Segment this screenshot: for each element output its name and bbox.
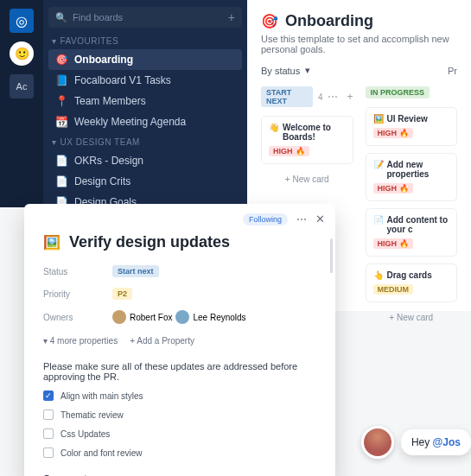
sidebar-item-label: Team Members bbox=[74, 95, 146, 107]
book-icon: 📘 bbox=[55, 74, 67, 86]
properties-button[interactable]: Pr bbox=[448, 66, 457, 76]
search-icon: 🔍 bbox=[55, 12, 67, 23]
column-count: 4 bbox=[318, 92, 323, 102]
sidebar-item-crits[interactable]: 📄 Design Crits bbox=[48, 171, 242, 192]
add-board-icon[interactable]: + bbox=[228, 10, 235, 24]
avatar bbox=[112, 310, 126, 324]
board-icon: 🎯 bbox=[261, 13, 278, 29]
prop-priority-label: Priority bbox=[43, 289, 112, 299]
priority-label: HIGH bbox=[378, 184, 398, 193]
section-ux-team[interactable]: ▾ UX DESIGN TEAM bbox=[52, 137, 242, 147]
sidebar-item-label: OKRs - Design bbox=[74, 155, 143, 167]
checklist-item[interactable]: ✓Align with main styles bbox=[43, 390, 316, 401]
checkbox-icon[interactable] bbox=[43, 409, 54, 420]
card-icon: 📄 bbox=[373, 215, 384, 225]
column-in-progress: IN PROGRESS 🖼️UI Review HIGH🔥 📝Add new p… bbox=[366, 86, 458, 311]
app-rail: ◎ 🙂 Ac bbox=[0, 0, 43, 207]
priority-badge: HIGH 🔥 bbox=[269, 146, 309, 156]
checklist-label: Thematic review bbox=[60, 410, 124, 420]
workspace-avatar[interactable]: 🙂 bbox=[10, 41, 34, 66]
card-icon: 👋 bbox=[269, 123, 279, 132]
card-icon: 🖼️ bbox=[373, 114, 384, 124]
sidebar-item-team-members[interactable]: 📍 Team Members bbox=[48, 91, 242, 111]
sidebar-item-onboarding[interactable]: 🎯 Onboarding bbox=[48, 49, 242, 70]
checklist-label: Css Updates bbox=[60, 429, 110, 439]
prop-status-value[interactable]: Start next bbox=[112, 265, 159, 277]
priority-badge: HIGH🔥 bbox=[373, 128, 414, 138]
card-add-content[interactable]: 📄Add content to your c HIGH🔥 bbox=[366, 208, 458, 257]
card-add-props[interactable]: 📝Add new properties HIGH🔥 bbox=[366, 153, 458, 201]
doc-icon: 📄 bbox=[55, 155, 67, 167]
avatar bbox=[175, 310, 189, 324]
card-icon: 👆 bbox=[373, 270, 384, 280]
card-ui-review[interactable]: 🖼️UI Review HIGH🔥 bbox=[366, 107, 458, 146]
card-title: Drag cards bbox=[387, 270, 432, 280]
sidebar-item-focalboard[interactable]: 📘 Focalboard V1 Tasks bbox=[48, 70, 242, 91]
checkbox-checked-icon[interactable]: ✓ bbox=[43, 390, 54, 401]
filter-by-status[interactable]: By status bbox=[261, 66, 300, 76]
prop-owners-label: Owners bbox=[43, 313, 112, 322]
chat-avatar[interactable] bbox=[361, 426, 394, 459]
section-favourites[interactable]: ▾ FAVOURITES bbox=[52, 36, 242, 46]
prop-owners-value[interactable]: Robert Fox Lee Reynolds bbox=[112, 310, 316, 324]
chat-preview: Hey @Jos bbox=[361, 426, 471, 459]
workspace-badge[interactable]: Ac bbox=[10, 74, 34, 98]
card-title: UI Review bbox=[387, 114, 428, 124]
checkbox-icon[interactable] bbox=[43, 428, 54, 439]
sidebar-nav: 🔍 Find boards + ▾ FAVOURITES 🎯 Onboardin… bbox=[43, 0, 247, 207]
section-label: FAVOURITES bbox=[60, 36, 119, 46]
card-drag-cards[interactable]: 👆Drag cards MEDIUM bbox=[366, 263, 458, 302]
checklist-item[interactable]: Thematic review bbox=[43, 409, 316, 420]
owner-name: Robert Fox bbox=[130, 313, 172, 322]
prop-priority-value[interactable]: P2 bbox=[112, 288, 132, 300]
close-icon[interactable]: ✕ bbox=[315, 213, 325, 225]
search-placeholder: Find boards bbox=[73, 12, 123, 22]
priority-label: MEDIUM bbox=[378, 285, 410, 294]
app-logo[interactable]: ◎ bbox=[10, 9, 34, 33]
chevron-down-icon: ▾ bbox=[52, 137, 57, 147]
pin-icon: 📍 bbox=[55, 95, 67, 107]
chat-bubble[interactable]: Hey @Jos bbox=[401, 429, 471, 455]
board-title[interactable]: Onboarding bbox=[285, 12, 373, 30]
new-card-button[interactable]: + New card bbox=[366, 309, 458, 326]
checklist-item[interactable]: Css Updates bbox=[43, 428, 316, 439]
checklist-label: Color and font review bbox=[60, 448, 143, 458]
fire-icon: 🔥 bbox=[399, 129, 409, 137]
sidebar-item-label: Focalboard V1 Tasks bbox=[74, 74, 171, 86]
new-card-button[interactable]: + New card bbox=[261, 171, 353, 187]
priority-label: HIGH bbox=[273, 147, 293, 155]
target-icon: 🎯 bbox=[55, 54, 67, 66]
modal-icon: 🖼️ bbox=[43, 234, 60, 251]
card-icon: 📝 bbox=[373, 160, 384, 169]
card-title: Add new properties bbox=[387, 160, 450, 179]
card-modal: Following ⋯ ✕ 🖼️ Verify design updates S… bbox=[24, 204, 335, 476]
sidebar-item-label: Weekly Meeting Agenda bbox=[74, 116, 186, 128]
following-badge[interactable]: Following bbox=[243, 213, 288, 225]
search-input[interactable]: 🔍 Find boards + bbox=[48, 7, 242, 28]
card-welcome[interactable]: 👋 Welcome to Boards! HIGH 🔥 bbox=[261, 116, 353, 164]
modal-body-text: Please make sure all of these updates ar… bbox=[43, 361, 316, 382]
card-title: Add content to your c bbox=[387, 215, 450, 234]
column-tag[interactable]: START NEXT bbox=[261, 86, 313, 107]
add-property-button[interactable]: + Add a Property bbox=[130, 336, 194, 346]
prop-status-label: Status bbox=[43, 267, 112, 276]
checkbox-icon[interactable] bbox=[43, 447, 54, 458]
modal-menu-icon[interactable]: ⋯ bbox=[296, 213, 307, 225]
owner-name: Lee Reynolds bbox=[193, 313, 245, 322]
priority-badge: HIGH🔥 bbox=[373, 183, 414, 194]
board-subtitle: Use this template to set and accomplish … bbox=[261, 34, 457, 54]
chevron-down-icon: ▾ bbox=[305, 65, 310, 76]
modal-title[interactable]: Verify design updates bbox=[69, 233, 230, 251]
checklist-item[interactable]: Color and font review bbox=[43, 447, 316, 458]
doc-icon: 📄 bbox=[55, 175, 67, 187]
priority-label: HIGH bbox=[378, 239, 398, 248]
column-tag[interactable]: IN PROGRESS bbox=[366, 86, 430, 98]
more-properties-toggle[interactable]: ▾ 4 more properties bbox=[43, 336, 118, 346]
chevron-down-icon: ▾ bbox=[52, 36, 57, 46]
sidebar-item-label: Design Crits bbox=[74, 175, 130, 187]
sidebar-item-okrs[interactable]: 📄 OKRs - Design bbox=[48, 150, 242, 171]
column-add-icon[interactable]: + bbox=[347, 91, 353, 103]
checklist-label: Align with main styles bbox=[60, 391, 143, 401]
sidebar-item-weekly-meeting[interactable]: 📆 Weekly Meeting Agenda bbox=[48, 111, 242, 132]
column-menu-icon[interactable]: ⋯ bbox=[328, 91, 338, 103]
